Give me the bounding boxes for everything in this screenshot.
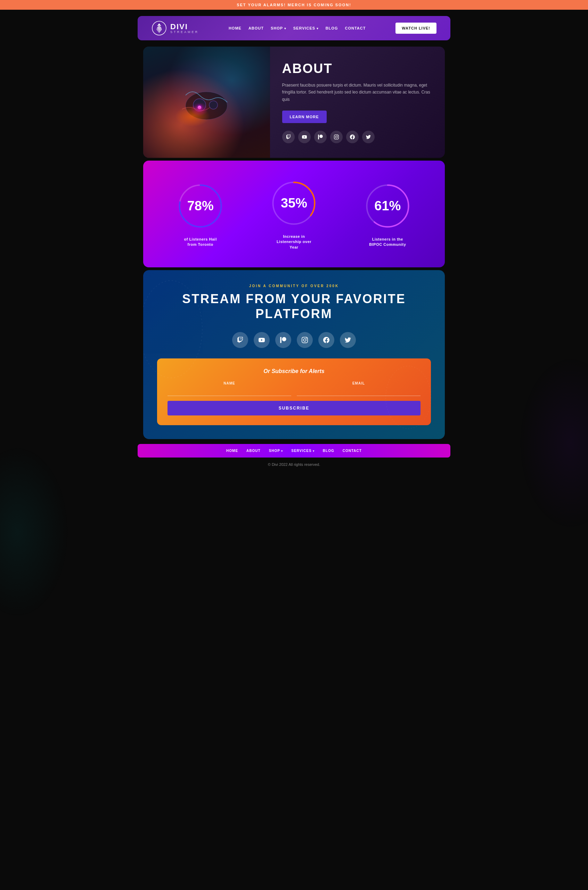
about-body: Praesent faucibus posuere turpis et dict…: [282, 82, 433, 103]
subscribe-box: Or Subscribe for Alerts NAME EMAIL SUBSC…: [157, 359, 431, 425]
stat-value-2: 35%: [281, 196, 307, 211]
nav-services[interactable]: SERVICES: [293, 26, 319, 30]
stream-section-wrapper: JOIN A COMMUNITY OF OVER 200K STREAM FRO…: [143, 270, 445, 439]
nav-about[interactable]: ABOUT: [249, 26, 264, 30]
email-label: EMAIL: [297, 381, 420, 385]
stats-section: 78% of Listeners Hail from Toronto 35% I…: [143, 161, 445, 267]
footer-nav-blog[interactable]: BLOG: [323, 449, 334, 453]
footer-nav-services[interactable]: SERVICES: [291, 449, 315, 453]
subscribe-title: Or Subscribe for Alerts: [168, 368, 420, 374]
logo-text: DIVI STREAMER: [170, 23, 199, 34]
stream-social-patreon[interactable]: [275, 332, 291, 348]
email-field-group: EMAIL: [297, 381, 420, 396]
nav-contact[interactable]: CONTACT: [345, 26, 366, 30]
stat-toronto: 78% of Listeners Hail from Toronto: [175, 181, 225, 248]
svg-point-3: [209, 101, 218, 109]
about-social-icons: [282, 131, 433, 143]
social-youtube[interactable]: [298, 131, 310, 143]
learn-more-button[interactable]: LEARN MORE: [282, 111, 327, 123]
svg-point-7: [191, 102, 208, 116]
main-nav: HOME ABOUT SHOP SERVICES BLOG CONTACT: [229, 26, 366, 30]
subscribe-fields: NAME EMAIL: [168, 381, 420, 396]
footer-nav-about[interactable]: ABOUT: [246, 449, 261, 453]
stat-circle-3: 61%: [363, 181, 413, 231]
announcement-text: SET YOUR ALARMS! MERCH IS COMING SOON!: [237, 3, 351, 7]
name-label: NAME: [168, 381, 291, 385]
social-instagram[interactable]: [330, 131, 343, 143]
logo[interactable]: DIVI STREAMER: [152, 21, 199, 36]
stream-social-twitch[interactable]: [232, 332, 248, 348]
nav-blog[interactable]: BLOG: [326, 26, 338, 30]
stat-value-3: 61%: [374, 198, 401, 213]
stat-circle-2: 35%: [268, 178, 319, 228]
stat-bipoc: 61% Listeners in the BIPOC Community: [363, 181, 413, 248]
stream-title-line2: PLATFORM: [255, 307, 332, 321]
stat-label-2: Increase in Listenership over Year: [273, 234, 315, 250]
footer-nav-shop[interactable]: SHOP: [269, 449, 283, 453]
stream-title-line1: STREAM FROM YOUR FAVORITE: [182, 292, 406, 306]
about-decorative-image: [172, 74, 241, 130]
footer-nav: HOME ABOUT SHOP SERVICES BLOG CONTACT: [138, 444, 450, 458]
about-content: ABOUT Praesent faucibus posuere turpis e…: [270, 47, 445, 158]
main-content: ABOUT Praesent faucibus posuere turpis e…: [138, 47, 450, 439]
footer-copyright: © Divi 2022 All rights reserved.: [0, 458, 588, 471]
stream-social-instagram[interactable]: [297, 332, 313, 348]
about-card: ABOUT Praesent faucibus posuere turpis e…: [143, 47, 445, 158]
copyright-text: © Divi 2022 All rights reserved.: [268, 462, 320, 467]
stream-social-twitter[interactable]: [340, 332, 356, 348]
stream-social-youtube[interactable]: [254, 332, 270, 348]
header: DIVI STREAMER HOME ABOUT SHOP SERVICES B…: [138, 16, 450, 41]
social-patreon[interactable]: [314, 131, 327, 143]
about-title: ABOUT: [282, 61, 433, 76]
stream-title: STREAM FROM YOUR FAVORITE PLATFORM: [154, 291, 434, 321]
stream-tagline: JOIN A COMMUNITY OF OVER 200K: [154, 284, 434, 288]
stream-social-facebook[interactable]: [318, 332, 334, 348]
stream-social-icons: [154, 332, 434, 348]
about-image: [143, 47, 270, 158]
social-facebook[interactable]: [346, 131, 358, 143]
name-input[interactable]: [168, 387, 291, 396]
logo-divi: DIVI: [170, 23, 199, 31]
nav-shop[interactable]: SHOP: [271, 26, 286, 30]
email-input[interactable]: [297, 387, 420, 396]
stat-label-3: Listeners in the BIPOC Community: [367, 237, 408, 248]
logo-icon: [152, 21, 167, 36]
logo-streamer: STREAMER: [170, 31, 199, 34]
footer-nav-home[interactable]: HOME: [226, 449, 238, 453]
nav-home[interactable]: HOME: [229, 26, 242, 30]
stat-label-1: of Listeners Hail from Toronto: [180, 237, 221, 248]
stream-section: JOIN A COMMUNITY OF OVER 200K STREAM FRO…: [143, 270, 445, 439]
name-field-group: NAME: [168, 381, 291, 396]
stat-circle-1: 78%: [175, 181, 225, 231]
footer-nav-contact[interactable]: CONTACT: [343, 449, 362, 453]
subscribe-button[interactable]: SUBSCRIBE: [168, 401, 420, 416]
social-twitch[interactable]: [282, 131, 295, 143]
watch-live-button[interactable]: WATCH LIVE!: [396, 23, 436, 34]
stat-value-1: 78%: [187, 198, 214, 213]
stat-listenership: 35% Increase in Listenership over Year: [268, 178, 319, 250]
social-twitter[interactable]: [362, 131, 375, 143]
announcement-bar: SET YOUR ALARMS! MERCH IS COMING SOON!: [0, 0, 588, 10]
